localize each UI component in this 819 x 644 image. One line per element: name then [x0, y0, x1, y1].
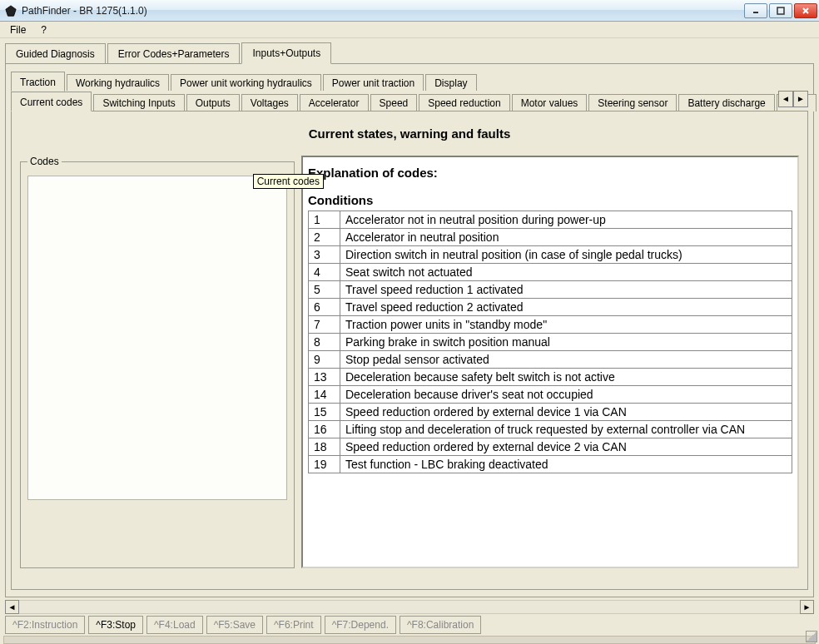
tabs-scroll-left-button[interactable]: ◄: [778, 91, 793, 107]
tab-outputs[interactable]: Outputs: [186, 94, 240, 111]
explanation-heading: Explanation of codes:: [308, 166, 792, 180]
f6-print-button[interactable]: ^F6:Print: [266, 616, 321, 634]
tooltip-current-codes: Current codes: [253, 174, 324, 189]
condition-text: Speed reduction ordered by external devi…: [340, 438, 792, 456]
condition-text: Stop pedal sensor activated: [340, 351, 792, 369]
page-heading: Current states, warning and faults: [15, 126, 804, 141]
window-title: PathFinder - BR 1275(1.1.0): [22, 5, 147, 17]
tab-speed-reduction[interactable]: Speed reduction: [419, 94, 509, 111]
tab-steering-sensor[interactable]: Steering sensor: [588, 94, 677, 111]
tab-accelerator[interactable]: Accelerator: [300, 94, 369, 111]
tab-switching-inputs[interactable]: Switching Inputs: [93, 94, 184, 111]
condition-text: Traction power units in "standby mode": [340, 316, 792, 334]
table-row: 13Deceleration because safety belt switc…: [309, 369, 792, 386]
condition-number: 8: [309, 334, 340, 351]
condition-text: Parking brake in switch position manual: [340, 334, 792, 351]
condition-number: 13: [309, 369, 340, 386]
hscroll-right-button[interactable]: ►: [800, 600, 814, 614]
tab-speed[interactable]: Speed: [370, 94, 418, 111]
condition-number: 14: [309, 386, 340, 404]
minimize-button[interactable]: [744, 3, 767, 18]
codes-legend: Codes: [27, 156, 62, 167]
menu-help[interactable]: ?: [34, 22, 53, 37]
table-row: 16Lifting stop and deceleration of truck…: [309, 421, 792, 438]
svg-rect-2: [777, 7, 784, 14]
maximize-button[interactable]: [769, 3, 792, 18]
tab-display[interactable]: Display: [425, 74, 476, 92]
f7-depend-button[interactable]: ^F7:Depend.: [325, 616, 396, 634]
conditions-heading: Conditions: [308, 193, 792, 207]
tab-inputs-outputs[interactable]: Inputs+Outputs: [241, 42, 331, 64]
app-icon: [5, 5, 17, 17]
condition-text: Travel speed reduction 1 activated: [340, 281, 792, 299]
condition-number: 4: [309, 264, 340, 281]
table-row: 5Travel speed reduction 1 activated: [309, 281, 792, 299]
condition-number: 5: [309, 281, 340, 299]
tab-working-hydraulics[interactable]: Working hydraulics: [67, 74, 169, 92]
hscroll-track[interactable]: [19, 600, 800, 614]
condition-number: 3: [309, 246, 340, 264]
condition-text: Travel speed reduction 2 activated: [340, 299, 792, 316]
table-row: 1Accelerator not in neutral position dur…: [309, 211, 792, 229]
f8-calibration-button[interactable]: ^F8:Calibration: [400, 616, 481, 634]
condition-number: 15: [309, 404, 340, 421]
condition-text: Seat switch not actuated: [340, 264, 792, 281]
table-row: 15Speed reduction ordered by external de…: [309, 404, 792, 421]
condition-text: Accelerator not in neutral position duri…: [340, 211, 792, 229]
tab-pu-working-hydraulics[interactable]: Power unit working hydraulics: [171, 74, 321, 92]
table-row: 18Speed reduction ordered by external de…: [309, 438, 792, 456]
condition-text: Test function - LBC braking deactivated: [340, 456, 792, 473]
explanation-panel[interactable]: Explanation of codes: Conditions 1Accele…: [301, 156, 799, 568]
codes-listbox[interactable]: [27, 176, 287, 500]
condition-number: 9: [309, 351, 340, 369]
conditions-table: 1Accelerator not in neutral position dur…: [308, 211, 792, 473]
tab-battery-discharge[interactable]: Battery discharge: [678, 94, 774, 111]
table-row: 3Direction switch in neutral position (i…: [309, 246, 792, 264]
condition-number: 6: [309, 299, 340, 316]
menubar: File ?: [0, 22, 819, 38]
f2-instruction-button[interactable]: ^F2:Instruction: [5, 616, 85, 634]
hscroll-left-button[interactable]: ◄: [5, 600, 19, 614]
close-button[interactable]: [794, 3, 817, 18]
tab-current-codes[interactable]: Current codes: [11, 92, 92, 111]
svg-marker-0: [6, 5, 16, 15]
tab-error-codes-params[interactable]: Error Codes+Parameters: [107, 43, 241, 64]
table-row: 19Test function - LBC braking deactivate…: [309, 456, 792, 473]
condition-text: Speed reduction ordered by external devi…: [340, 404, 792, 421]
tab-guided-diagnosis[interactable]: Guided Diagnosis: [5, 43, 106, 64]
tabs-scroll-right-button[interactable]: ►: [793, 91, 808, 107]
condition-number: 16: [309, 421, 340, 438]
table-row: 14Deceleration because driver's seat not…: [309, 386, 792, 404]
menu-file[interactable]: File: [3, 22, 32, 37]
tab-traction[interactable]: Traction: [11, 72, 65, 92]
condition-text: Deceleration because driver's seat not o…: [340, 386, 792, 404]
table-row: 4Seat switch not actuated: [309, 264, 792, 281]
condition-text: Direction switch in neutral position (in…: [340, 246, 792, 264]
status-strip: [3, 636, 816, 644]
resize-grip-icon[interactable]: [806, 631, 817, 642]
tab-pu-traction[interactable]: Power unit traction: [323, 74, 424, 92]
condition-number: 19: [309, 456, 340, 473]
tab-motor-values[interactable]: Motor values: [512, 94, 588, 111]
condition-text: Lifting stop and deceleration of truck r…: [340, 421, 792, 438]
condition-number: 1: [309, 211, 340, 229]
f4-load-button[interactable]: ^F4:Load: [146, 616, 203, 634]
condition-number: 7: [309, 316, 340, 334]
codes-groupbox: Codes Current codes: [20, 156, 295, 568]
table-row: 7Traction power units in "standby mode": [309, 316, 792, 334]
window-titlebar: PathFinder - BR 1275(1.1.0): [0, 0, 819, 22]
horizontal-scrollbar[interactable]: ◄ ►: [5, 600, 814, 614]
table-row: 9Stop pedal sensor activated: [309, 351, 792, 369]
table-row: 2Accelerator in neutral position: [309, 229, 792, 246]
condition-text: Deceleration because safety belt switch …: [340, 369, 792, 386]
condition-text: Accelerator in neutral position: [340, 229, 792, 246]
condition-number: 2: [309, 229, 340, 246]
table-row: 6Travel speed reduction 2 activated: [309, 299, 792, 316]
condition-number: 18: [309, 438, 340, 456]
tab-voltages[interactable]: Voltages: [241, 94, 298, 111]
table-row: 8Parking brake in switch position manual: [309, 334, 792, 351]
f3-stop-button[interactable]: ^F3:Stop: [88, 616, 143, 634]
f5-save-button[interactable]: ^F5:Save: [206, 616, 263, 634]
